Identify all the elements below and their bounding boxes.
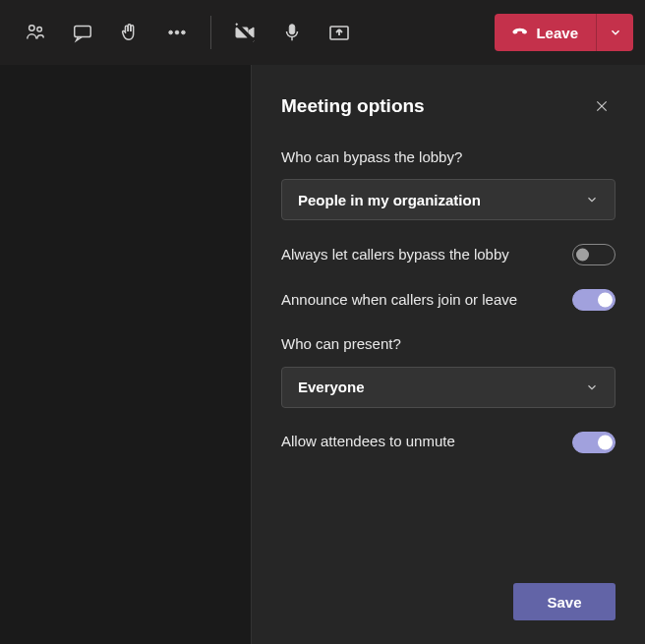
present-value: Everyone xyxy=(298,379,365,395)
leave-button[interactable]: Leave xyxy=(495,14,596,51)
more-actions-button[interactable] xyxy=(153,9,201,56)
panel-title: Meeting options xyxy=(281,95,425,117)
body: Meeting options Who can bypass the lobby… xyxy=(0,65,645,644)
share-button[interactable] xyxy=(316,9,363,56)
present-label: Who can present? xyxy=(281,334,616,354)
svg-rect-8 xyxy=(289,25,295,34)
chat-button[interactable] xyxy=(59,9,106,56)
left-pane xyxy=(0,65,252,644)
panel-header: Meeting options xyxy=(281,92,616,120)
save-button[interactable]: Save xyxy=(513,583,616,620)
callers-bypass-row: Always let callers bypass the lobby xyxy=(281,244,616,265)
toolbar-separator xyxy=(210,16,211,49)
close-icon xyxy=(594,98,610,114)
svg-point-3 xyxy=(169,30,173,34)
panel-footer: Save xyxy=(281,583,616,620)
chevron-down-icon xyxy=(609,26,622,39)
leave-label: Leave xyxy=(536,25,578,41)
meeting-options-panel: Meeting options Who can bypass the lobby… xyxy=(252,65,645,644)
share-screen-icon xyxy=(327,21,351,44)
bypass-lobby-value: People in my organization xyxy=(298,192,481,208)
unmute-toggle[interactable] xyxy=(572,432,616,453)
svg-rect-2 xyxy=(75,27,91,37)
bypass-lobby-label: Who can bypass the lobby? xyxy=(281,147,616,167)
meeting-toolbar: Leave xyxy=(0,0,645,65)
chevron-down-icon xyxy=(585,381,599,394)
callers-bypass-label: Always let callers bypass the lobby xyxy=(281,245,557,264)
svg-point-4 xyxy=(175,30,179,34)
unmute-label: Allow attendees to unmute xyxy=(281,432,557,451)
people-button[interactable] xyxy=(12,9,59,56)
announce-toggle[interactable] xyxy=(572,289,616,311)
hand-icon xyxy=(119,22,141,43)
unmute-row: Allow attendees to unmute xyxy=(281,432,616,453)
chevron-down-icon xyxy=(585,193,599,206)
bypass-lobby-select[interactable]: People in my organization xyxy=(281,179,616,220)
svg-point-0 xyxy=(29,26,34,31)
present-select[interactable]: Everyone xyxy=(281,367,616,408)
hangup-icon xyxy=(508,23,528,42)
leave-dropdown-button[interactable] xyxy=(596,14,633,51)
ellipsis-icon xyxy=(166,22,188,43)
announce-row: Announce when callers join or leave xyxy=(281,289,616,311)
camera-button[interactable] xyxy=(221,9,268,56)
chat-icon xyxy=(72,22,93,43)
leave-button-group: Leave xyxy=(495,14,633,51)
callers-bypass-toggle[interactable] xyxy=(572,244,616,265)
camera-off-icon xyxy=(233,21,257,44)
close-button[interactable] xyxy=(588,92,616,120)
raise-hand-button[interactable] xyxy=(106,9,153,56)
svg-point-1 xyxy=(37,28,42,32)
mic-icon xyxy=(281,22,303,43)
mic-button[interactable] xyxy=(268,9,316,56)
announce-label: Announce when callers join or leave xyxy=(281,290,557,310)
svg-point-5 xyxy=(182,30,186,34)
people-icon xyxy=(25,22,46,43)
